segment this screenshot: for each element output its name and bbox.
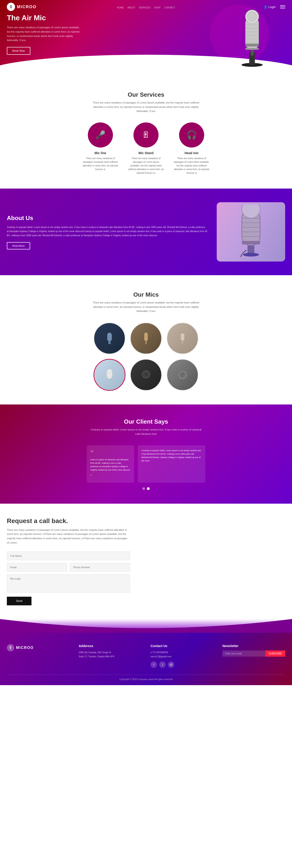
mic-item-2 — [130, 322, 162, 354]
callback-section: Request a call back. There are many vari… — [0, 504, 292, 619]
facebook-icon[interactable]: f — [151, 661, 157, 668]
form-row-contact — [7, 563, 130, 571]
footer-logo-icon: 🎙 — [7, 644, 14, 651]
svg-point-24 — [243, 253, 259, 256]
service-item-head-mic: 🎧 Head mic There are many variations of … — [173, 122, 210, 175]
book-now-button[interactable]: Book Now — [7, 47, 30, 55]
svg-rect-34 — [107, 369, 112, 379]
service-desc-mic-line: There are many variations of passages mo… — [82, 157, 119, 171]
testimonial-dots — [7, 487, 285, 490]
footer-nav-about[interactable]: ABOUT — [127, 6, 135, 9]
message-input[interactable] — [7, 574, 130, 593]
hero-description: There are many variations of passages of… — [7, 25, 80, 42]
hero-title: The Air Mic — [7, 14, 80, 22]
testimonials-container: " roots in a piece of classical Latin li… — [87, 445, 205, 483]
svg-rect-22 — [242, 241, 260, 244]
quote-mark-close-left: " — [90, 474, 130, 479]
service-desc-mic-stand: There are many variations of passages of… — [128, 157, 164, 175]
svg-point-40 — [145, 373, 147, 376]
testimonial-text-right: Contrary to popular belief, Lorem Ipsum … — [141, 449, 202, 463]
send-button[interactable]: Send — [7, 597, 31, 606]
mics-grid — [89, 322, 203, 391]
callback-title: Request a call back. — [7, 517, 285, 525]
mic-item-3 — [167, 322, 199, 354]
footer-email: micro12@gmail.com — [151, 655, 213, 659]
services-section: Our Services There are many variations o… — [0, 73, 292, 189]
footer-contact-title: Contact Us — [151, 644, 213, 648]
services-grid: 🎤 Mic line There are many variations of … — [7, 122, 285, 175]
mics-section: Our Mics There are many variations of pa… — [0, 275, 292, 404]
mic-item-6 — [167, 359, 199, 391]
footer-brand-col: 🎙 MICROO — [7, 644, 69, 668]
footer-logo: 🎙 MICROO — [7, 644, 69, 651]
footer-address-col: Adderess 2465 (N) Canada, 340 Yonge St S… — [79, 644, 141, 668]
about-content: About Us Contrary to popular belief, Lor… — [7, 215, 208, 249]
read-more-button[interactable]: Read More — [7, 242, 30, 249]
service-icon-mic-stand: 🎚 — [134, 122, 158, 148]
callback-form: Send — [7, 552, 130, 606]
service-icon-mic-line: 🎤 — [88, 122, 113, 148]
phone-input[interactable] — [70, 563, 130, 571]
newsletter-form: SUBSCRIBE — [223, 650, 285, 657]
svg-rect-33 — [182, 341, 183, 344]
testimonial-text-left: roots in a piece of classical Latin lite… — [90, 458, 130, 472]
clients-title: Our Client Says — [7, 418, 285, 425]
clients-section: Our Client Says Contrary to popular beli… — [0, 404, 292, 504]
footer-phone: (+77) 897640034 — [151, 650, 213, 655]
quote-mark-left: " — [90, 449, 130, 458]
svg-rect-32 — [181, 333, 184, 341]
footer: 🎙 MICROO Adderess 2465 (N) Canada, 340 Y… — [0, 633, 292, 685]
svg-rect-13 — [245, 44, 259, 46]
twitter-icon[interactable]: t — [159, 661, 166, 668]
dot-1[interactable] — [142, 487, 145, 490]
about-title: About Us — [7, 215, 208, 222]
footer-nav-services[interactable]: SERVICES — [139, 6, 150, 9]
mic-item-5 — [130, 359, 162, 391]
service-item-mic-stand: 🎚 Mic Stand There are many variations of… — [128, 122, 164, 175]
mic-item-1 — [93, 322, 125, 354]
dot-2[interactable] — [147, 487, 150, 490]
footer-nav-home[interactable]: HOME — [117, 6, 124, 9]
footer-brand-name: MICROO — [16, 646, 34, 650]
testimonial-card-left: " roots in a piece of classical Latin li… — [87, 445, 134, 483]
service-desc-head-mic: There are many variations of passages of… — [173, 157, 210, 175]
service-item-mic-line: 🎤 Mic line There are many variations of … — [82, 122, 119, 175]
footer-copyright: Copyright © 2020 Company name All rights… — [7, 675, 285, 681]
footer-social-links: f t @ — [151, 661, 213, 668]
service-name-head-mic: Head mic — [173, 151, 210, 155]
hero-content: The Air Mic There are many variations of… — [7, 14, 80, 55]
about-microphone-image — [217, 202, 285, 261]
form-row-name — [7, 552, 130, 560]
footer-newsletter-title: Newsletter — [223, 644, 285, 648]
about-text: Contrary to popular belief, Lorem Ipsum … — [7, 225, 208, 238]
svg-rect-14 — [245, 48, 259, 50]
svg-rect-31 — [145, 341, 147, 344]
mic-item-4 — [93, 359, 125, 391]
footer-address-title: Adderess — [79, 644, 141, 648]
svg-rect-26 — [108, 341, 111, 344]
services-description: There are many variations of passages of… — [89, 100, 203, 113]
service-icon-head-mic: 🎧 — [179, 122, 204, 148]
footer-columns: 🎙 MICROO Adderess 2465 (N) Canada, 340 Y… — [7, 644, 285, 668]
svg-rect-27 — [144, 333, 148, 341]
about-section: About Us Contrary to popular belief, Lor… — [0, 189, 292, 275]
footer-newsletter-col: Newsletter SUBSCRIBE — [223, 644, 285, 668]
footer-address-line2: Suite 17, Toronto, Ontario M4k 4P4 — [79, 655, 141, 659]
footer-address-line1: 2465 (N) Canada, 340 Yonge St — [79, 650, 141, 655]
services-title: Our Services — [7, 91, 285, 98]
instagram-icon[interactable]: @ — [168, 661, 174, 668]
service-name-mic-stand: Mic Stand — [128, 151, 164, 155]
email-input[interactable] — [7, 563, 67, 571]
full-name-input[interactable] — [7, 552, 130, 560]
clients-description: Contrary to popular belief, Lorem Ipsum … — [89, 428, 203, 436]
newsletter-input[interactable] — [223, 650, 266, 657]
footer-nav-contact[interactable]: CONTACT — [164, 6, 175, 9]
footer-nav: HOME ABOUT SERVICES SHOP CONTACT — [0, 4, 292, 12]
footer-wave — [0, 619, 292, 633]
svg-rect-25 — [107, 333, 112, 341]
footer-contact-col: Contact Us (+77) 897640034 micro12@gmail… — [151, 644, 213, 668]
callback-description: There are many variations of passages of… — [7, 528, 130, 545]
subscribe-button[interactable]: SUBSCRIBE — [266, 650, 285, 657]
service-name-mic-line: Mic line — [82, 151, 119, 155]
footer-nav-shop[interactable]: SHOP — [154, 6, 160, 9]
